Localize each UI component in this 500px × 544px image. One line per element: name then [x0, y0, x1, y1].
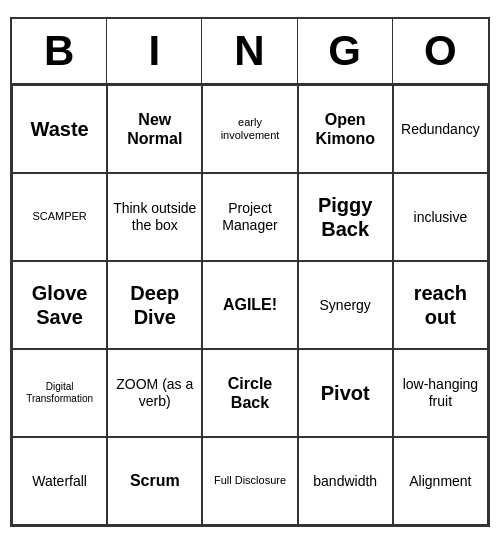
bingo-cell-15: Digital Transformation: [12, 349, 107, 437]
bingo-cell-10: Glove Save: [12, 261, 107, 349]
bingo-cell-20: Waterfall: [12, 437, 107, 525]
bingo-cell-18: Pivot: [298, 349, 393, 437]
bingo-cell-12: AGILE!: [202, 261, 297, 349]
bingo-cell-14: reach out: [393, 261, 488, 349]
bingo-cell-9: inclusive: [393, 173, 488, 261]
bingo-cell-0: Waste: [12, 85, 107, 173]
bingo-letter-B: B: [12, 19, 107, 83]
bingo-letter-O: O: [393, 19, 488, 83]
bingo-cell-13: Synergy: [298, 261, 393, 349]
bingo-cell-22: Full Disclosure: [202, 437, 297, 525]
bingo-cell-6: Think outside the box: [107, 173, 202, 261]
bingo-cell-11: Deep Dive: [107, 261, 202, 349]
bingo-cell-19: low-hanging fruit: [393, 349, 488, 437]
bingo-cell-23: bandwidth: [298, 437, 393, 525]
bingo-grid: WasteNew Normalearly involvementOpen Kim…: [12, 85, 488, 525]
bingo-header: BINGO: [12, 19, 488, 85]
bingo-cell-17: Circle Back: [202, 349, 297, 437]
bingo-cell-1: New Normal: [107, 85, 202, 173]
bingo-card: BINGO WasteNew Normalearly involvementOp…: [10, 17, 490, 527]
bingo-letter-N: N: [202, 19, 297, 83]
bingo-cell-16: ZOOM (as a verb): [107, 349, 202, 437]
bingo-cell-2: early involvement: [202, 85, 297, 173]
bingo-cell-7: Project Manager: [202, 173, 297, 261]
bingo-cell-3: Open Kimono: [298, 85, 393, 173]
bingo-cell-4: Redundancy: [393, 85, 488, 173]
bingo-cell-5: SCAMPER: [12, 173, 107, 261]
bingo-cell-24: Alignment: [393, 437, 488, 525]
bingo-letter-I: I: [107, 19, 202, 83]
bingo-cell-21: Scrum: [107, 437, 202, 525]
bingo-letter-G: G: [298, 19, 393, 83]
bingo-cell-8: Piggy Back: [298, 173, 393, 261]
